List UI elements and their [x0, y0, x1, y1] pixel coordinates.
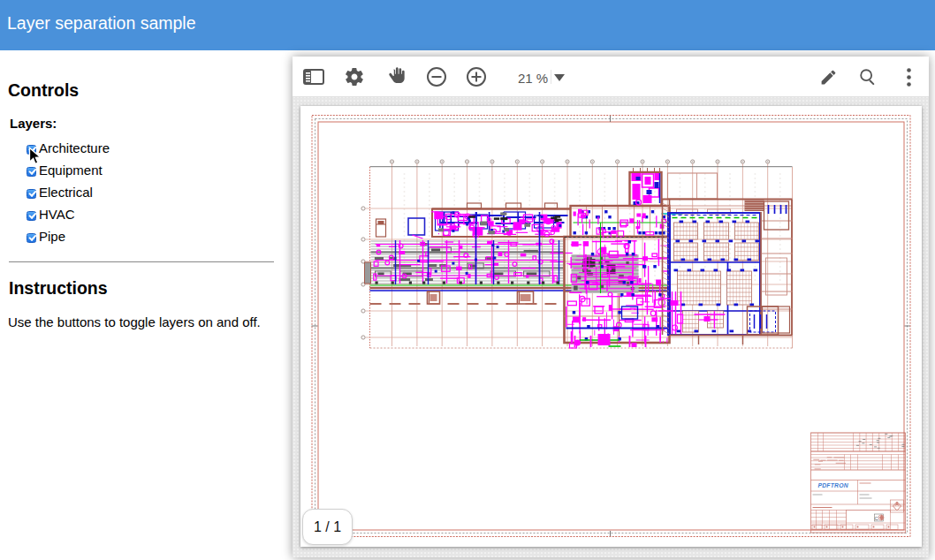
svg-text:C: C — [874, 516, 878, 521]
svg-text:PDFTRON: PDFTRON — [817, 482, 848, 488]
